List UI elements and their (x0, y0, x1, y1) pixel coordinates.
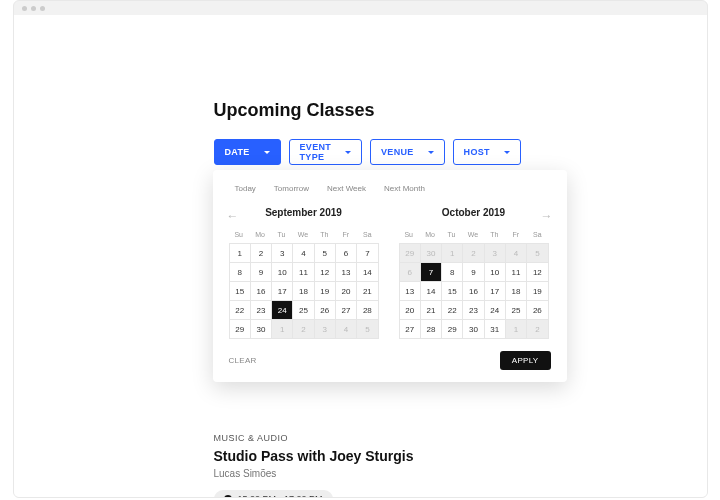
apply-button[interactable]: APPLY (500, 351, 551, 370)
clear-button[interactable]: CLEAR (229, 356, 257, 365)
page-title: Upcoming Classes (214, 100, 507, 121)
calendar-day[interactable]: 30 (421, 244, 442, 263)
calendar-day[interactable]: 23 (463, 301, 484, 320)
dow-label: Tu (271, 228, 292, 241)
window-title-bar (14, 1, 707, 15)
calendar-title: October 2019 (399, 207, 549, 218)
calendar-day[interactable]: 9 (463, 263, 484, 282)
calendar-day[interactable]: 17 (485, 282, 506, 301)
calendar-day[interactable]: 24 (272, 301, 293, 320)
filter-date[interactable]: DATE (214, 139, 281, 165)
calendar-day[interactable]: 29 (442, 320, 463, 339)
calendar-day[interactable]: 10 (485, 263, 506, 282)
calendar-day[interactable]: 29 (230, 320, 251, 339)
calendar-day[interactable]: 16 (463, 282, 484, 301)
calendar-day[interactable]: 19 (527, 282, 548, 301)
calendar-day[interactable]: 1 (442, 244, 463, 263)
calendar-day[interactable]: 3 (485, 244, 506, 263)
calendar-day[interactable]: 20 (400, 301, 421, 320)
calendar-day[interactable]: 31 (485, 320, 506, 339)
calendar-day[interactable]: 6 (336, 244, 357, 263)
filter-label: HOST (464, 147, 490, 157)
calendar-day[interactable]: 21 (357, 282, 378, 301)
calendar-day[interactable]: 8 (230, 263, 251, 282)
calendar-day[interactable]: 6 (400, 263, 421, 282)
filter-event-type[interactable]: EVENT TYPE (289, 139, 363, 165)
calendar-day[interactable]: 26 (315, 301, 336, 320)
chevron-down-icon (428, 151, 434, 154)
quick-range-links: TodayTomorrowNext WeekNext Month (235, 184, 551, 193)
window-dot (31, 6, 36, 11)
filter-venue[interactable]: VENUE (370, 139, 445, 165)
calendar-day[interactable]: 21 (421, 301, 442, 320)
calendars-row: ← → September 2019 SuMoTuWeThFrSa 123456… (229, 207, 551, 339)
calendar-day[interactable]: 30 (251, 320, 272, 339)
calendar-day[interactable]: 4 (336, 320, 357, 339)
calendar-day[interactable]: 10 (272, 263, 293, 282)
calendar-day[interactable]: 2 (463, 244, 484, 263)
calendar-day[interactable]: 28 (421, 320, 442, 339)
calendar-day[interactable]: 20 (336, 282, 357, 301)
calendar-day[interactable]: 18 (293, 282, 314, 301)
filter-host[interactable]: HOST (453, 139, 521, 165)
calendar-day[interactable]: 27 (400, 320, 421, 339)
calendar-day[interactable]: 1 (506, 320, 527, 339)
calendar-day[interactable]: 28 (357, 301, 378, 320)
prev-month-arrow[interactable]: ← (227, 209, 239, 223)
calendar-day[interactable]: 22 (442, 301, 463, 320)
calendar-day[interactable]: 13 (336, 263, 357, 282)
calendar-day[interactable]: 22 (230, 301, 251, 320)
calendar-day[interactable]: 1 (230, 244, 251, 263)
calendar-day[interactable]: 3 (315, 320, 336, 339)
quick-range-next-month[interactable]: Next Month (384, 184, 425, 193)
calendar-day[interactable]: 4 (506, 244, 527, 263)
calendar-day[interactable]: 15 (230, 282, 251, 301)
calendar-day[interactable]: 11 (506, 263, 527, 282)
calendar-day[interactable]: 2 (293, 320, 314, 339)
calendar-day[interactable]: 15 (442, 282, 463, 301)
calendar-day[interactable]: 3 (272, 244, 293, 263)
calendar-day[interactable]: 12 (527, 263, 548, 282)
class-time: 15:00 PM - 17:00 PM (238, 494, 323, 498)
calendar-day[interactable]: 13 (400, 282, 421, 301)
calendar-day[interactable]: 19 (315, 282, 336, 301)
calendar-day[interactable]: 5 (357, 320, 378, 339)
calendar-day[interactable]: 29 (400, 244, 421, 263)
clock-icon (224, 495, 232, 498)
next-month-arrow[interactable]: → (541, 209, 553, 223)
window-dot (40, 6, 45, 11)
calendar-day[interactable]: 30 (463, 320, 484, 339)
calendar-day[interactable]: 17 (272, 282, 293, 301)
calendar-day[interactable]: 14 (357, 263, 378, 282)
calendar-day[interactable]: 18 (506, 282, 527, 301)
calendar-day[interactable]: 4 (293, 244, 314, 263)
time-chip: 15:00 PM - 17:00 PM (214, 490, 333, 498)
calendar-day[interactable]: 2 (527, 320, 548, 339)
calendar-day[interactable]: 1 (272, 320, 293, 339)
filter-label: EVENT TYPE (300, 142, 332, 162)
calendar-day[interactable]: 9 (251, 263, 272, 282)
calendar-day[interactable]: 27 (336, 301, 357, 320)
calendar-day[interactable]: 23 (251, 301, 272, 320)
calendar-day[interactable]: 8 (442, 263, 463, 282)
dow-label: Th (484, 228, 505, 241)
calendar-day[interactable]: 5 (315, 244, 336, 263)
calendar-day[interactable]: 7 (357, 244, 378, 263)
quick-range-today[interactable]: Today (235, 184, 256, 193)
calendar-day[interactable]: 12 (315, 263, 336, 282)
calendar-day[interactable]: 5 (527, 244, 548, 263)
calendar-day[interactable]: 2 (251, 244, 272, 263)
quick-range-next-week[interactable]: Next Week (327, 184, 366, 193)
calendar-day[interactable]: 25 (506, 301, 527, 320)
calendar-day[interactable]: 25 (293, 301, 314, 320)
calendar-day[interactable]: 11 (293, 263, 314, 282)
calendar-day[interactable]: 7 (421, 263, 442, 282)
class-category: MUSIC & AUDIO (214, 433, 507, 443)
content-area: Upcoming Classes DATEEVENT TYPEVENUEHOST… (14, 15, 707, 498)
calendar-day[interactable]: 16 (251, 282, 272, 301)
calendar-day[interactable]: 24 (485, 301, 506, 320)
calendar-day[interactable]: 26 (527, 301, 548, 320)
chevron-down-icon (504, 151, 510, 154)
calendar-day[interactable]: 14 (421, 282, 442, 301)
quick-range-tomorrow[interactable]: Tomorrow (274, 184, 309, 193)
